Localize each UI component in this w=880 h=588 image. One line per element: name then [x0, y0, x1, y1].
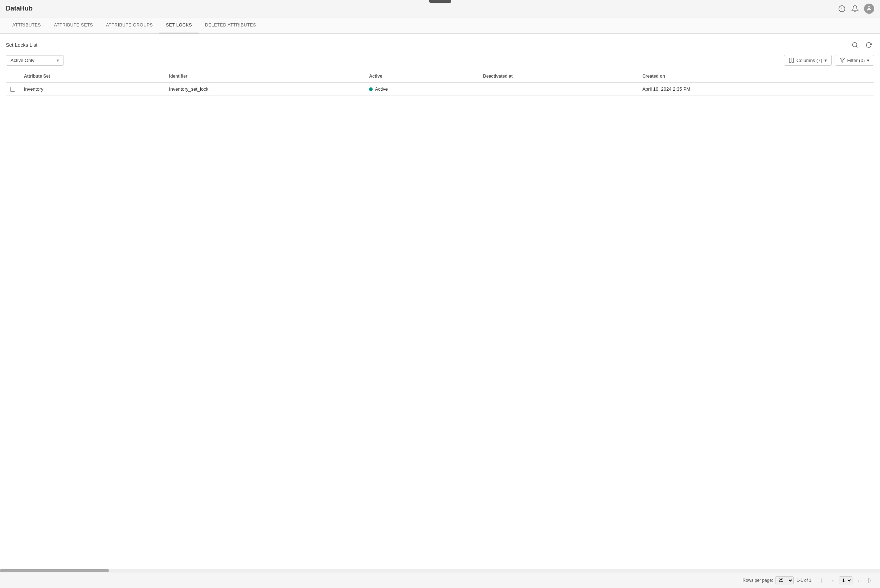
chevron-down-icon: ▾ — [57, 58, 59, 63]
user-avatar[interactable] — [864, 4, 874, 14]
col-header-attribute-set[interactable]: Attribute Set — [20, 70, 165, 83]
header-actions — [850, 39, 874, 50]
nav-tabs: ATTRIBUTES ATTRIBUTE SETS ATTRIBUTE GROU… — [0, 17, 880, 34]
cell-identifier: Inventory_set_lock — [165, 83, 365, 96]
cell-attribute-set[interactable]: Inventory — [20, 83, 165, 96]
filter-chevron-icon: ▾ — [867, 58, 869, 63]
svg-point-3 — [868, 6, 870, 8]
columns-chevron-icon: ▾ — [824, 58, 827, 63]
filter-label: Active Only — [11, 58, 35, 63]
columns-label: Columns (7) — [796, 58, 822, 63]
col-header-deactivated-at[interactable]: Deactivated at — [479, 70, 638, 83]
filter-label-btn: Filter (0) — [847, 58, 865, 63]
cell-deactivated-at — [479, 83, 638, 96]
columns-button[interactable]: Columns (7) ▾ — [784, 55, 832, 66]
app-logo: DataHub — [6, 5, 33, 12]
top-handle — [429, 0, 451, 3]
svg-marker-8 — [840, 58, 844, 62]
col-header-created-on[interactable]: Created on — [638, 70, 874, 83]
row-checkbox[interactable] — [10, 87, 15, 92]
cell-active: Active — [365, 83, 479, 96]
page-title: Set Locks List — [6, 42, 38, 48]
tab-attributes[interactable]: ATTRIBUTES — [6, 17, 48, 33]
select-all-header — [6, 70, 20, 83]
table-row: Inventory Inventory_set_lock Active Apri… — [6, 83, 874, 96]
refresh-button[interactable] — [863, 39, 874, 50]
active-only-filter[interactable]: Active Only ▾ — [6, 55, 64, 66]
table-header-row: Attribute Set Identifier Active Deactiva… — [6, 70, 874, 83]
col-header-active[interactable]: Active — [365, 70, 479, 83]
svg-rect-6 — [789, 58, 791, 62]
active-badge: Active — [369, 86, 474, 92]
page-header: Set Locks List — [6, 39, 874, 50]
filter-row: Active Only ▾ Columns (7) ▾ Filter (0) ▾ — [6, 55, 874, 66]
tab-attribute-sets[interactable]: ATTRIBUTE SETS — [48, 17, 99, 33]
svg-point-4 — [852, 42, 857, 47]
active-label: Active — [375, 86, 387, 92]
tab-set-locks[interactable]: SET LOCKS — [159, 17, 198, 33]
tab-deleted-attributes[interactable]: DELETED ATTRIBUTES — [198, 17, 263, 33]
bell-icon[interactable] — [851, 5, 859, 13]
active-dot-icon — [369, 87, 373, 91]
search-button[interactable] — [850, 39, 860, 50]
page-content: Set Locks List Active Only ▾ — [0, 34, 880, 102]
cell-created-on: April 10, 2024 2:35 PM — [638, 83, 874, 96]
svg-rect-7 — [792, 58, 794, 62]
notifications-icon[interactable] — [838, 5, 846, 13]
data-table: Attribute Set Identifier Active Deactiva… — [6, 70, 874, 96]
right-filters: Columns (7) ▾ Filter (0) ▾ — [784, 55, 874, 66]
svg-line-5 — [856, 46, 857, 47]
filter-button[interactable]: Filter (0) ▾ — [835, 55, 874, 66]
header-icons — [838, 4, 874, 14]
tab-attribute-groups[interactable]: ATTRIBUTE GROUPS — [99, 17, 159, 33]
col-header-identifier[interactable]: Identifier — [165, 70, 365, 83]
row-checkbox-cell — [10, 87, 15, 92]
